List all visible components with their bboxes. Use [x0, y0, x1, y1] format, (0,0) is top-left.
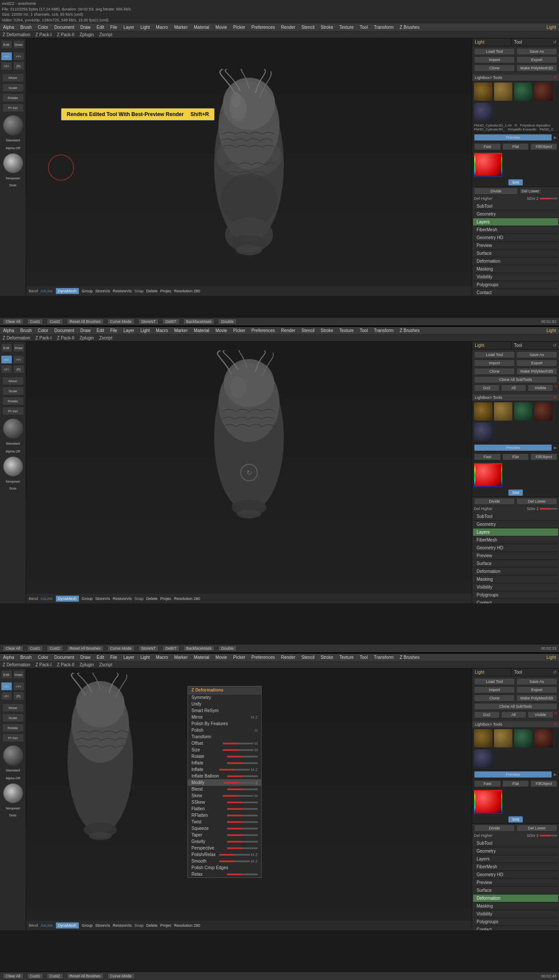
btn-debit-1[interactable]: DeBIT — [162, 319, 180, 325]
menu3-layer[interactable]: Layer — [122, 654, 136, 660]
rp-fibermesh[interactable]: FiberMesh — [473, 226, 558, 234]
thumb-poly-alpha[interactable] — [494, 82, 513, 101]
deform-modify[interactable]: Modify Z — [188, 779, 261, 786]
menu2-material[interactable]: Material — [193, 328, 211, 333]
deform-polish[interactable]: PolishO — [188, 727, 261, 733]
btn2-fillobject[interactable]: FillObject — [530, 453, 557, 460]
deform-polishrelax-slider[interactable] — [219, 854, 250, 856]
rp2-layers[interactable]: Layers — [473, 528, 558, 536]
rp-geometry[interactable]: Geometry — [473, 210, 558, 218]
btn-r[interactable]: (R) — [13, 62, 24, 70]
vc3-restorevis[interactable]: RestoreVis — [112, 923, 132, 928]
btn-save-as[interactable]: Save As — [516, 48, 557, 55]
rp-surface[interactable]: Surface — [473, 250, 558, 257]
btn3-go2[interactable]: Go2 — [474, 711, 500, 718]
menu2-file[interactable]: File — [109, 328, 119, 333]
submenu-zscript[interactable]: Zscript — [99, 32, 112, 37]
rp3-subtool[interactable]: SubTool — [473, 840, 558, 847]
menu3-movie[interactable]: Movie — [214, 654, 228, 660]
deform-polishfeatures[interactable]: Polish By Features — [188, 720, 261, 727]
deform-taper[interactable]: Taper — [188, 832, 261, 838]
rp-visibility[interactable]: Visibility — [473, 273, 558, 281]
btn-smt-1[interactable]: Smt — [508, 179, 522, 185]
rp-masking[interactable]: Masking — [473, 265, 558, 273]
deform-squeeze-slider[interactable] — [227, 828, 258, 829]
menu2-picker[interactable]: Picker — [232, 328, 247, 333]
menu-picker[interactable]: Picker — [232, 24, 247, 30]
deform-twist-slider[interactable] — [227, 821, 258, 823]
submenu2-zscript[interactable]: Zscript — [99, 336, 112, 340]
btn-ptsel[interactable]: Pt Sel — [2, 103, 24, 112]
btn3-ysym[interactable]: >Y< — [13, 682, 24, 691]
btn3-preview[interactable]: Preview — [474, 771, 552, 778]
vc3-storevis[interactable]: StoreVis — [95, 923, 110, 928]
deform-sskew-slider[interactable] — [227, 802, 258, 803]
menu3-zbrushes[interactable]: Z Brushes — [399, 654, 421, 660]
btn2-make-poly[interactable]: Make PolyMesh3D — [516, 368, 557, 375]
deform-balloon-slider[interactable] — [227, 775, 258, 777]
rp2-geometry[interactable]: Geometry — [473, 521, 558, 528]
rp-light-label-2[interactable]: Light — [472, 342, 511, 349]
rp-contact[interactable]: Contact — [473, 289, 558, 296]
btn-make-poly[interactable]: Make PolyMesh3D — [516, 65, 557, 72]
rp3-geometry[interactable]: Geometry — [473, 847, 558, 855]
color-saturation-box-3[interactable] — [475, 791, 501, 813]
btn-fillobject-1[interactable]: FillObject — [530, 143, 557, 150]
btn-rotate[interactable]: Rotate — [2, 93, 24, 102]
rp2-fibermesh[interactable]: FiberMesh — [473, 536, 558, 544]
menu3-material[interactable]: Material — [193, 654, 211, 660]
menu3-picker[interactable]: Picker — [232, 654, 247, 660]
menu2-brush[interactable]: Brush — [19, 328, 33, 333]
vc3-group[interactable]: Group — [82, 923, 93, 928]
menu-stroke[interactable]: Stroke — [319, 24, 334, 30]
menu3-alpha[interactable]: Alpha — [2, 654, 16, 660]
deform-rflatten-slider[interactable] — [227, 815, 258, 816]
btn2-cust2[interactable]: Cust2 — [47, 645, 63, 651]
deform-skew-slider[interactable] — [223, 795, 253, 797]
btn2-fast[interactable]: Fast — [474, 453, 501, 460]
menu3-file[interactable]: File — [109, 654, 119, 660]
btn2-resetall[interactable]: Reset All Brushes — [67, 645, 104, 651]
btn-resetall-1[interactable]: Reset All Brushes — [67, 319, 104, 325]
btn3-make-poly[interactable]: Make PolyMesh3D — [516, 695, 557, 702]
rp3-deformation[interactable]: Deformation — [473, 894, 558, 902]
rp-refresh-3[interactable]: ↺ — [550, 668, 559, 676]
btn2-preview[interactable]: Preview — [474, 444, 552, 451]
rp3-layers[interactable]: Layers — [473, 855, 558, 863]
vc2-restorevis[interactable]: RestoreVis — [112, 596, 132, 601]
menu-marker[interactable]: Marker — [173, 24, 189, 30]
btn3-clone-all[interactable]: Clone All SubTools — [474, 703, 557, 710]
btn-ysym[interactable]: >Y< — [13, 52, 24, 61]
btn3-zsym[interactable]: >Z< — [1, 692, 12, 700]
rp2-polygroups[interactable]: Polygroups — [473, 591, 558, 599]
menu3-brush[interactable]: Brush — [19, 654, 33, 660]
deform-blend-slider[interactable] — [227, 788, 258, 790]
rp-tool-label-2[interactable]: Tool — [511, 342, 550, 349]
sdiv-slider-2[interactable] — [540, 508, 557, 510]
deform-blend[interactable]: Blend — [188, 786, 261, 792]
btn-edit[interactable]: Edit — [1, 40, 12, 49]
rp3-masking[interactable]: Masking — [473, 902, 558, 910]
deform-flatten[interactable]: Flatten — [188, 805, 261, 812]
rp-subtool[interactable]: SubTool — [473, 202, 558, 210]
rp3-fibermesh[interactable]: FiberMesh — [473, 863, 558, 871]
rp2-surface[interactable]: Surface — [473, 560, 558, 568]
deform-inflate2[interactable]: Inflate M Z — [188, 766, 261, 773]
deform-relax[interactable]: Relax — [188, 871, 261, 877]
deform-polishcrisp[interactable]: Polish Crisp Edges — [188, 864, 261, 871]
vc3-axline[interactable]: AxLine — [41, 923, 53, 928]
rp-deformation[interactable]: Deformation — [473, 257, 558, 265]
rp-light-label[interactable]: Light — [472, 38, 511, 46]
deform-smooth[interactable]: Smooth M Z — [188, 858, 261, 864]
menu2-draw[interactable]: Draw — [79, 328, 92, 333]
menu3-light[interactable]: Light — [139, 654, 151, 660]
deform-offset[interactable]: Offset M — [188, 740, 261, 747]
deform-mirror[interactable]: MirrorM Z — [188, 714, 261, 720]
btn2-divide[interactable]: Divide — [474, 498, 515, 505]
btn2-move[interactable]: Move — [2, 377, 24, 385]
deform-skew[interactable]: Skew M — [188, 792, 261, 799]
menu2-color[interactable]: Color — [37, 328, 50, 333]
deform-polishrelax[interactable]: Polish/Relax M Z — [188, 851, 261, 858]
menu-texture[interactable]: Texture — [338, 24, 355, 30]
submenu3-zdeform[interactable]: Z Deformation — [3, 662, 30, 667]
